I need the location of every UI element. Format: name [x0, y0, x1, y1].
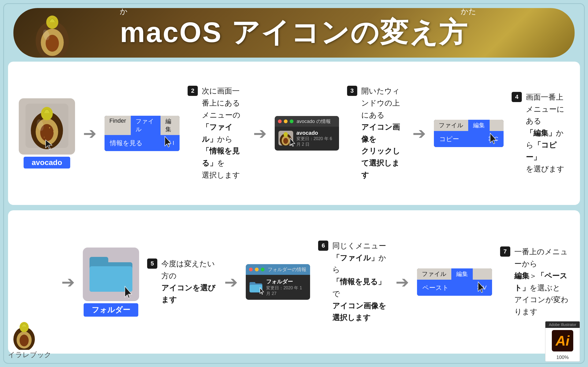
- step3-titlebar: avocado の情報: [275, 116, 339, 127]
- svg-point-31: [20, 335, 29, 346]
- step5-image: フォルダー: [83, 248, 139, 317]
- menu-edit-7: 編集: [451, 268, 473, 280]
- ai-badge-icon: Ai: [552, 330, 573, 351]
- step5-block: 5 今度は変えたい方の アイコンを選びます: [147, 258, 216, 306]
- ai-badge-percent: 100%: [545, 354, 580, 361]
- step3-image: avocado の情報: [275, 116, 339, 151]
- step4-image: ファイル 編集 コピー ⌘C: [434, 120, 504, 147]
- step3-number: 3: [347, 86, 357, 96]
- step3-info-text: avocado 変更日：2020 年 6 月 2 日: [296, 130, 335, 147]
- step4-text: 画面一番上メニューにある 「編集」から「コピー」 を選びます: [526, 91, 569, 175]
- menu-finder: Finder: [105, 116, 131, 135]
- menu-edit-4: 編集: [468, 120, 490, 131]
- step6-text: 同じくメニュー「ファイル」から 「情報を見る」で アイコン画像を選択します: [332, 240, 387, 324]
- arrow-6-7: ➔: [396, 273, 409, 291]
- step3-text: 開いたウィンドウの上にある アイコン画像を クリックして選択します: [361, 85, 405, 181]
- step7-paste-menu: ファイル 編集 ペースト ⌘V: [417, 268, 492, 296]
- svg-marker-22: [490, 133, 496, 144]
- svg-marker-21: [290, 138, 295, 146]
- menu-bar-7: ファイル 編集: [417, 268, 492, 280]
- main-content: avocado ➔ Finder ファイル 編集 情報を見る ⌘ I: [8, 62, 580, 354]
- svg-point-11: [49, 127, 50, 128]
- step2-block: 2 次に画面一番上にあるメニューの 「ファイル」から「情報を見る」を 選択します: [188, 85, 245, 181]
- step3-window-body: avocado 変更日：2020 年 6 月 2 日: [275, 127, 339, 151]
- tl-red: [278, 119, 282, 123]
- step2-finder-menu: Finder ファイル 編集 情報を見る ⌘ I: [105, 116, 180, 151]
- menu-file-2: ファイル: [131, 116, 160, 135]
- arrow-5-6: ➔: [224, 273, 238, 291]
- tl-green: [290, 119, 293, 123]
- svg-point-13: [44, 137, 45, 137]
- svg-marker-28: [478, 282, 484, 293]
- ai-badge-label: Adobe Illustrator: [545, 321, 580, 328]
- header-title-container: か かた macOS アイコンの変え方: [120, 14, 468, 52]
- brand-label: イラレブック: [8, 350, 51, 359]
- svg-marker-27: [260, 288, 264, 294]
- svg-point-19: [283, 138, 288, 144]
- step7-image: ファイル 編集 ペースト ⌘V: [417, 268, 492, 296]
- step6-block: 6 同じくメニュー「ファイル」から 「情報を見る」で アイコン画像を選択します: [318, 240, 387, 324]
- step6-info-text: フォルダー 変更日：2020 年 1 月 27: [266, 278, 306, 297]
- top-step-row: avocado ➔ Finder ファイル 編集 情報を見る ⌘ I: [8, 62, 580, 205]
- step5-folder-label: フォルダー: [84, 303, 138, 317]
- step2-number: 2: [188, 86, 198, 96]
- step6-tl-red: [249, 268, 253, 271]
- step6-folder-info: フォルダーの情報: [246, 264, 310, 300]
- step7-text: 一番上のメニューから 編集＞「ペースト」を選ぶと アイコンが変わります: [514, 246, 569, 318]
- step2-image: Finder ファイル 編集 情報を見る ⌘ I: [105, 116, 180, 151]
- header-avocado-left: [29, 11, 64, 51]
- svg-point-12: [53, 131, 54, 132]
- step3-window-title: avocado の情報: [297, 118, 331, 125]
- step2-text: 次に画面一番上にあるメニューの 「ファイル」から「情報を見る」を 選択します: [202, 85, 245, 181]
- ai-badge: Adobe Illustrator Ai 100%: [545, 321, 580, 362]
- svg-point-9: [41, 107, 53, 120]
- step5-text: 今度は変えたい方の アイコンを選びます: [161, 258, 216, 306]
- arrow-4-5: ➔: [61, 273, 75, 291]
- step7-number: 7: [500, 246, 510, 257]
- arrow-3-4: ➔: [412, 124, 426, 143]
- arrow-2-3: ➔: [253, 124, 267, 143]
- step1-image: avocado: [19, 98, 75, 168]
- step7-block: 7 一番上のメニューから 編集＞「ペースト」を選ぶと アイコンが変わります: [500, 246, 569, 318]
- svg-marker-15: [165, 136, 171, 147]
- step6-number: 6: [318, 241, 328, 251]
- menu-file-7: ファイル: [417, 268, 451, 280]
- step5-number: 5: [147, 259, 157, 269]
- step6-tl-green: [261, 268, 265, 271]
- page-title: macOS アイコンの変え方: [120, 14, 468, 52]
- step3-info-window: avocado の情報: [275, 116, 339, 151]
- bottom-step-row: ➔ フォルダー 5 今度は変えたい方の: [8, 210, 580, 354]
- step3-block: 3 開いたウィンドウの上にある アイコン画像を クリックして選択します: [347, 85, 405, 181]
- svg-point-20: [284, 132, 288, 137]
- menu-bar-4: ファイル 編集: [434, 120, 504, 131]
- svg-marker-23: [125, 286, 132, 298]
- step4-number: 4: [512, 92, 522, 102]
- arrow-1-2: ➔: [83, 124, 96, 143]
- tl-yellow: [284, 119, 288, 123]
- svg-point-32: [20, 322, 29, 332]
- header-banner: か かた macOS アイコンの変え方: [13, 8, 575, 58]
- step6-tl-yellow: [255, 268, 259, 271]
- menu-bar-2: Finder ファイル 編集: [105, 116, 180, 135]
- step4-copy-menu: ファイル 編集 コピー ⌘C: [434, 120, 504, 147]
- step6-image: フォルダーの情報: [246, 264, 310, 300]
- step6-titlebar: フォルダーの情報: [246, 264, 310, 275]
- menu-edit-2: 編集: [161, 116, 180, 135]
- bottom-avocado: [11, 319, 38, 351]
- step6-window-body: フォルダー 変更日：2020 年 1 月 27: [246, 275, 310, 300]
- step1-icon-box: [19, 98, 75, 155]
- step4-block: 4 画面一番上メニューにある 「編集」から「コピー」 を選びます: [512, 91, 569, 175]
- step5-folder-box: [83, 248, 139, 301]
- menu-file-4: ファイル: [434, 120, 468, 131]
- step1-label: avocado: [24, 157, 70, 168]
- step6-window-title: フォルダーの情報: [268, 266, 306, 273]
